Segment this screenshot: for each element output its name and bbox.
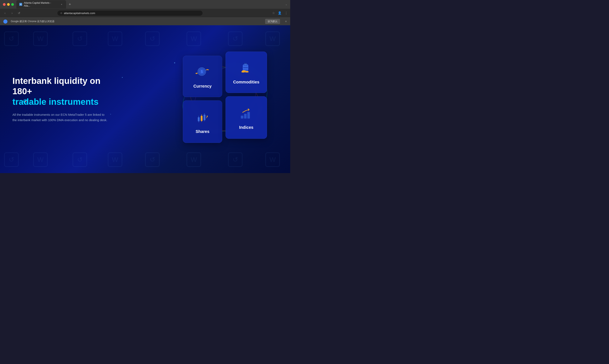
svg-point-7 xyxy=(244,64,247,65)
indices-label: Indices xyxy=(239,125,253,130)
commodities-icon xyxy=(238,60,255,76)
forward-button[interactable]: › xyxy=(10,11,14,15)
profile-icon[interactable]: 👤 xyxy=(278,11,282,15)
close-button[interactable] xyxy=(3,3,6,6)
watermark-icon-9: ↺ xyxy=(4,152,19,167)
svg-rect-17 xyxy=(204,115,206,120)
watermark-icon-4: W xyxy=(108,31,122,46)
headline-line1: Interbank liquidity on 180+ xyxy=(13,76,100,96)
watermark-icon-2: W xyxy=(33,31,48,46)
notification-bar: Google 建议将 Chrome 设为默认浏览器 设为默认 × xyxy=(0,17,290,25)
shares-card[interactable]: Shares xyxy=(183,100,222,143)
currency-icon: $ xyxy=(194,64,211,80)
active-tab[interactable]: A Atlanta Capital Markets - Atla... × xyxy=(16,0,66,9)
svg-rect-10 xyxy=(245,71,249,72)
url-text: atlantacapitalmarkets.com xyxy=(64,12,200,15)
lock-icon: ⊙ xyxy=(60,12,62,14)
traffic-lights xyxy=(3,3,14,6)
left-section: Interbank liquidity on 180+ tradable ins… xyxy=(0,63,160,135)
commodities-label: Commodities xyxy=(233,80,260,84)
svg-rect-22 xyxy=(241,116,243,118)
commodities-card[interactable]: Commodities xyxy=(225,52,267,93)
bookmark-icon[interactable]: ☆ xyxy=(272,11,275,15)
indices-card[interactable]: Indices xyxy=(225,96,267,139)
tab-bar: A Atlanta Capital Markets - Atla... × + xyxy=(16,0,285,9)
watermark-icon-1: ↺ xyxy=(4,31,19,46)
maximize-button[interactable] xyxy=(11,3,14,6)
svg-rect-6 xyxy=(243,69,248,69)
svg-rect-11 xyxy=(198,117,200,121)
watermark-icon-12: W xyxy=(108,152,122,167)
browser-toolbar: ‹ › ↺ ⊙ atlantacapitalmarkets.com ☆ 👤 ⋮ xyxy=(0,9,290,17)
svg-rect-9 xyxy=(242,70,246,72)
google-logo xyxy=(3,19,7,24)
cards-grid: $ Currency xyxy=(179,52,271,147)
window-controls-chevron[interactable]: ⌄ xyxy=(285,3,287,6)
shares-label: Shares xyxy=(196,129,209,134)
svg-point-0 xyxy=(4,21,6,23)
address-bar[interactable]: ⊙ atlantacapitalmarkets.com xyxy=(57,11,203,16)
title-bar: A Atlanta Capital Markets - Atla... × + … xyxy=(0,0,290,9)
svg-rect-14 xyxy=(201,116,203,121)
tab-title: Atlanta Capital Markets - Atla... xyxy=(24,1,57,7)
indices-icon xyxy=(238,105,255,122)
refresh-button[interactable]: ↺ xyxy=(17,11,22,15)
svg-point-21 xyxy=(207,116,208,117)
headline-line2: tradable instruments xyxy=(13,97,98,107)
svg-text:$: $ xyxy=(201,69,203,74)
description-text: All the tradable instruments on our ECN … xyxy=(13,112,108,123)
notification-text: Google 建议将 Chrome 设为默认浏览器 xyxy=(11,20,262,23)
set-default-button[interactable]: 设为默认 xyxy=(265,19,280,24)
notification-close-icon[interactable]: × xyxy=(285,20,287,23)
currency-label: Currency xyxy=(194,84,212,89)
toolbar-icons: ☆ 👤 ⋮ xyxy=(272,11,288,15)
svg-rect-5 xyxy=(243,66,248,67)
shares-icon xyxy=(194,109,211,126)
watermark-icon-10: W xyxy=(33,152,48,167)
watermark-icon-13: ↺ xyxy=(145,152,160,167)
svg-rect-24 xyxy=(247,112,250,119)
svg-line-20 xyxy=(207,116,207,118)
watermark-icon-3: ↺ xyxy=(72,31,87,46)
back-button[interactable]: ‹ xyxy=(2,11,7,15)
new-tab-button[interactable]: + xyxy=(67,1,73,7)
minimize-button[interactable] xyxy=(7,3,10,6)
tab-close-button[interactable]: × xyxy=(60,3,63,6)
watermark-icon-11: ↺ xyxy=(72,152,87,167)
currency-card[interactable]: $ Currency xyxy=(183,56,222,97)
watermark-icon-5: ↺ xyxy=(145,31,160,46)
right-section: $ Currency xyxy=(160,25,290,173)
main-content: ↺ W ↺ W ↺ W ↺ W ↺ W ↺ W ↺ W ↺ W Interban… xyxy=(0,25,290,173)
menu-icon[interactable]: ⋮ xyxy=(285,11,288,15)
svg-rect-4 xyxy=(243,65,248,71)
tab-favicon: A xyxy=(19,3,22,6)
svg-rect-23 xyxy=(244,114,247,118)
headline: Interbank liquidity on 180+ tradable ins… xyxy=(13,76,120,107)
